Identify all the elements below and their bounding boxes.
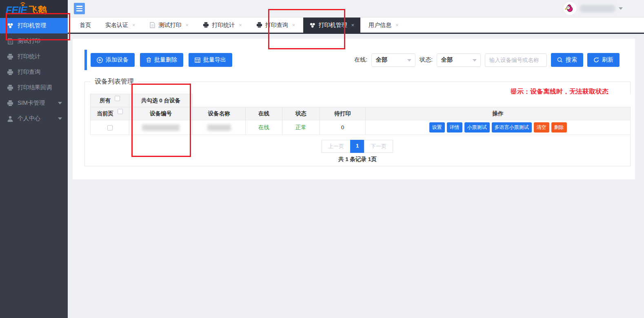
chevron-down-icon (473, 59, 477, 62)
close-icon[interactable]: × (239, 22, 242, 28)
status-filter-select[interactable]: 全部 (437, 53, 481, 67)
col-header-device-name: 设备名称 (193, 107, 246, 120)
next-page-button[interactable]: 下一页 (364, 140, 393, 153)
sidebar: FEIE 飞鹅 打印机管理 测试打印 打印统计 (0, 0, 68, 318)
tab-test-print[interactable]: 测试打印 × (144, 18, 195, 33)
menu-toggle-button[interactable] (74, 3, 85, 14)
sidebar-item-print-query[interactable]: 打印查询 (0, 64, 68, 80)
sidebar-item-print-callback[interactable]: 打印结果回调 (0, 80, 68, 95)
search-input[interactable] (485, 53, 547, 67)
col-header-actions: 操作 (366, 107, 631, 120)
status-filter-label: 状态: (420, 56, 433, 64)
topbar (68, 0, 644, 17)
row-checkbox[interactable] (107, 125, 113, 130)
printer-icon (7, 53, 13, 60)
delete-button[interactable]: 删除 (551, 122, 567, 132)
device-no-redacted (129, 120, 193, 135)
record-summary: 共 1 条记录 1页 (85, 156, 630, 163)
prev-page-button[interactable]: 上一页 (322, 140, 351, 153)
table-row-select-all: 所有 共勾选 0 台设备 (91, 94, 631, 107)
trash-icon (146, 57, 151, 63)
tab-label: 打印查询 (265, 22, 288, 29)
sidebar-item-personal-center[interactable]: 个人中心 (0, 111, 68, 126)
ticket-test-button[interactable]: 小票测试 (464, 122, 490, 132)
file-icon (7, 38, 13, 44)
add-device-button[interactable]: 添加设备 (91, 53, 135, 67)
current-page-label: 当前页 (97, 110, 113, 117)
sidebar-item-test-print[interactable]: 测试打印 (0, 33, 68, 49)
tab-user-info[interactable]: 用户信息 × (362, 18, 405, 33)
select-all-cell: 所有 (91, 94, 129, 107)
tab-print-query[interactable]: 打印查询 × (250, 18, 302, 33)
username-redacted (580, 5, 615, 12)
file-icon (150, 22, 156, 28)
printer-icon (7, 69, 13, 75)
tab-label: 测试打印 (159, 22, 182, 29)
brand-logo-cn: 飞鹅 (29, 4, 47, 16)
sidebar-item-sim-manage[interactable]: SIM卡管理 (0, 95, 68, 111)
printer-icon (203, 22, 209, 28)
clear-button[interactable]: 清空 (534, 122, 549, 132)
wifi-signal-icon (20, 1, 26, 6)
tab-label: 打印机管理 (318, 22, 347, 29)
select-all-checkbox[interactable] (115, 96, 120, 101)
tab-bar: 首页 实名认证 × 测试打印 × 打印统计 × (68, 17, 644, 34)
multilang-ticket-test-button[interactable]: 多语言小票测试 (492, 122, 532, 132)
sidebar-item-label: 测试打印 (18, 38, 40, 45)
table-header-row: 当前页 设备编号 设备名称 在线 状态 待打印 操作 (91, 107, 631, 120)
sidebar-item-label: 打印结果回调 (18, 84, 52, 91)
toolbar-accent-bar (84, 50, 87, 70)
tab-home[interactable]: 首页 (73, 18, 97, 33)
plus-circle-icon (97, 57, 103, 63)
pending-count-value: 0 (320, 120, 366, 135)
tab-print-stats[interactable]: 打印统计 × (197, 18, 248, 33)
online-status-value: 在线 (246, 120, 282, 135)
refresh-button[interactable]: 刷新 (587, 53, 620, 67)
batch-delete-button[interactable]: 批量删除 (140, 53, 183, 67)
sidebar-item-print-stats[interactable]: 打印统计 (0, 49, 68, 64)
table-row: 在线 正常 0 设置 详情 小票测试 多语言小票测试 清空 删除 (91, 120, 631, 135)
sidebar-item-label: 个人中心 (18, 115, 40, 122)
settings-button[interactable]: 设置 (429, 122, 445, 132)
current-page-checkbox[interactable] (118, 109, 123, 114)
hamburger-icon (76, 6, 82, 7)
close-icon[interactable]: × (186, 22, 189, 28)
device-panel: 添加设备 批量删除 批量导出 (73, 39, 635, 179)
online-filter-select[interactable]: 全部 (371, 53, 415, 67)
device-table: 所有 共勾选 0 台设备 当前页 设备编号 (90, 94, 631, 135)
details-button[interactable]: 详情 (447, 122, 462, 132)
close-icon[interactable]: × (395, 22, 399, 28)
avatar[interactable] (564, 2, 576, 15)
person-icon (7, 115, 13, 122)
col-header-pending: 待打印 (320, 107, 366, 120)
sidebar-item-label: SIM卡管理 (18, 99, 45, 107)
printer-icon (7, 100, 13, 106)
sidebar-item-printer-manage[interactable]: 打印机管理 (0, 18, 68, 33)
section-title: 设备列表管理 (91, 77, 138, 86)
tab-label: 用户信息 (369, 22, 391, 29)
close-icon[interactable]: × (292, 22, 295, 28)
tab-realname-auth[interactable]: 实名认证 × (99, 18, 142, 33)
tab-label: 打印统计 (212, 22, 235, 29)
close-icon[interactable]: × (351, 22, 354, 28)
sidebar-item-label: 打印统计 (18, 53, 40, 60)
device-status-value: 正常 (282, 120, 320, 135)
user-menu[interactable] (564, 2, 623, 15)
page-1-button[interactable]: 1 (350, 140, 364, 153)
brand-logo-en: FEIE (6, 4, 27, 16)
device-list-section: 设备列表管理 提示：设备离线时，无法获取状态 所有 共勾选 0 (84, 82, 631, 166)
table-export-icon (195, 57, 200, 63)
content-area: 添加设备 批量删除 批量导出 (68, 35, 644, 318)
pagination: 上一页 1 下一页 (85, 140, 630, 153)
tab-printer-manage[interactable]: 打印机管理 × (303, 18, 360, 33)
batch-export-button[interactable]: 批量导出 (189, 53, 232, 67)
sidebar-item-label: 打印查询 (18, 68, 40, 76)
main-area: 首页 实名认证 × 测试打印 × 打印统计 × (68, 0, 644, 318)
online-filter-label: 在线: (354, 56, 367, 64)
brand-logo[interactable]: FEIE 飞鹅 (0, 0, 68, 18)
search-button[interactable]: 搜索 (551, 53, 583, 67)
chevron-down-icon (58, 117, 62, 120)
selected-count-cell: 共勾选 0 台设备 (129, 94, 193, 107)
close-icon[interactable]: × (132, 22, 135, 28)
col-header-status: 状态 (282, 107, 320, 120)
